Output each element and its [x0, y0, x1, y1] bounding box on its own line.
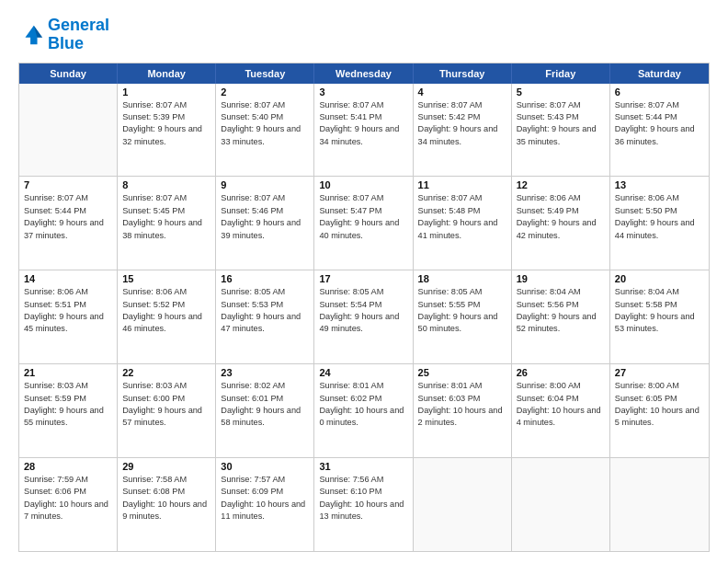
daylight-text: Daylight: 10 hours and 13 minutes.	[319, 499, 407, 523]
day-cell-3: 3Sunrise: 8:07 AMSunset: 5:41 PMDaylight…	[314, 84, 413, 177]
day-number: 31	[319, 461, 407, 472]
sunrise-text: Sunrise: 8:05 AM	[418, 286, 506, 298]
sunrise-text: Sunrise: 8:06 AM	[517, 192, 605, 204]
daylight-text: Daylight: 9 hours and 33 minutes.	[221, 123, 309, 148]
day-cell-15: 15Sunrise: 8:06 AMSunset: 5:52 PMDayligh…	[118, 270, 216, 363]
sunrise-text: Sunrise: 8:02 AM	[221, 380, 309, 392]
sunrise-text: Sunrise: 7:58 AM	[122, 474, 210, 486]
sunrise-text: Sunrise: 8:07 AM	[24, 192, 112, 204]
day-number: 13	[615, 179, 704, 190]
calendar-header: SundayMondayTuesdayWednesdayThursdayFrid…	[19, 63, 709, 84]
day-number: 27	[615, 367, 704, 378]
day-number: 26	[517, 367, 605, 378]
day-number: 3	[319, 86, 407, 98]
sunset-text: Sunset: 6:05 PM	[615, 393, 704, 405]
sunset-text: Sunset: 5:53 PM	[221, 299, 309, 311]
sunset-text: Sunset: 5:49 PM	[517, 205, 605, 217]
sunrise-text: Sunrise: 8:07 AM	[418, 192, 506, 204]
sunrise-text: Sunrise: 8:01 AM	[418, 380, 506, 392]
daylight-text: Daylight: 9 hours and 35 minutes.	[517, 123, 605, 148]
day-cell-12: 12Sunrise: 8:06 AMSunset: 5:49 PMDayligh…	[512, 177, 610, 270]
daylight-text: Daylight: 9 hours and 38 minutes.	[122, 217, 210, 242]
day-number: 19	[517, 273, 605, 284]
daylight-text: Daylight: 9 hours and 58 minutes.	[221, 405, 309, 430]
daylight-text: Daylight: 9 hours and 32 minutes.	[122, 123, 210, 148]
daylight-text: Daylight: 9 hours and 47 minutes.	[221, 311, 309, 336]
logo-icon	[18, 22, 44, 48]
day-cell-14: 14Sunrise: 8:06 AMSunset: 5:51 PMDayligh…	[19, 270, 118, 363]
sunset-text: Sunset: 5:43 PM	[517, 111, 605, 123]
sunset-text: Sunset: 6:09 PM	[221, 486, 309, 498]
sunrise-text: Sunrise: 7:59 AM	[24, 474, 112, 486]
sunrise-text: Sunrise: 8:06 AM	[24, 286, 112, 298]
calendar-row-3: 21Sunrise: 8:03 AMSunset: 5:59 PMDayligh…	[19, 363, 709, 457]
sunset-text: Sunset: 6:10 PM	[319, 486, 407, 498]
day-number: 8	[122, 179, 210, 190]
empty-cell-4-6	[610, 458, 709, 551]
sunrise-text: Sunrise: 8:04 AM	[517, 286, 605, 298]
sunrise-text: Sunrise: 8:07 AM	[122, 99, 210, 111]
sunset-text: Sunset: 5:56 PM	[517, 299, 605, 311]
day-number: 10	[319, 179, 407, 190]
day-number: 17	[319, 273, 407, 284]
sunrise-text: Sunrise: 8:03 AM	[122, 380, 210, 392]
day-cell-30: 30Sunrise: 7:57 AMSunset: 6:09 PMDayligh…	[216, 458, 314, 551]
sunset-text: Sunset: 6:04 PM	[517, 393, 605, 405]
empty-cell-0-0	[19, 84, 118, 177]
empty-cell-4-5	[512, 458, 610, 551]
calendar: SundayMondayTuesdayWednesdayThursdayFrid…	[18, 63, 710, 552]
weekday-header-friday: Friday	[512, 63, 610, 84]
daylight-text: Daylight: 9 hours and 45 minutes.	[24, 311, 112, 336]
daylight-text: Daylight: 9 hours and 53 minutes.	[615, 311, 704, 336]
day-cell-18: 18Sunrise: 8:05 AMSunset: 5:55 PMDayligh…	[414, 270, 512, 363]
sunset-text: Sunset: 5:58 PM	[615, 299, 704, 311]
daylight-text: Daylight: 10 hours and 11 minutes.	[221, 499, 309, 523]
sunset-text: Sunset: 5:52 PM	[122, 299, 210, 311]
calendar-row-1: 7Sunrise: 8:07 AMSunset: 5:44 PMDaylight…	[19, 176, 709, 270]
daylight-text: Daylight: 9 hours and 55 minutes.	[24, 405, 112, 430]
day-number: 20	[615, 273, 704, 284]
sunset-text: Sunset: 5:44 PM	[615, 111, 704, 123]
day-cell-19: 19Sunrise: 8:04 AMSunset: 5:56 PMDayligh…	[512, 270, 610, 363]
day-number: 5	[517, 86, 605, 98]
sunset-text: Sunset: 5:59 PM	[24, 393, 112, 405]
day-cell-1: 1Sunrise: 8:07 AMSunset: 5:39 PMDaylight…	[118, 84, 216, 177]
weekday-header-monday: Monday	[118, 63, 216, 84]
calendar-row-4: 28Sunrise: 7:59 AMSunset: 6:06 PMDayligh…	[19, 457, 709, 551]
daylight-text: Daylight: 9 hours and 39 minutes.	[221, 217, 309, 242]
day-cell-9: 9Sunrise: 8:07 AMSunset: 5:46 PMDaylight…	[216, 177, 314, 270]
sunset-text: Sunset: 5:47 PM	[319, 205, 407, 217]
header: General Blue	[18, 17, 710, 53]
sunset-text: Sunset: 6:03 PM	[418, 393, 506, 405]
day-cell-6: 6Sunrise: 8:07 AMSunset: 5:44 PMDaylight…	[610, 84, 709, 177]
day-cell-17: 17Sunrise: 8:05 AMSunset: 5:54 PMDayligh…	[314, 270, 413, 363]
sunrise-text: Sunrise: 8:07 AM	[517, 99, 605, 111]
day-number: 6	[615, 86, 704, 98]
day-number: 14	[24, 273, 112, 284]
day-cell-2: 2Sunrise: 8:07 AMSunset: 5:40 PMDaylight…	[216, 84, 314, 177]
sunset-text: Sunset: 5:48 PM	[418, 205, 506, 217]
daylight-text: Daylight: 9 hours and 52 minutes.	[517, 311, 605, 336]
daylight-text: Daylight: 10 hours and 2 minutes.	[418, 405, 506, 430]
day-cell-24: 24Sunrise: 8:01 AMSunset: 6:02 PMDayligh…	[314, 364, 413, 457]
sunset-text: Sunset: 6:00 PM	[122, 393, 210, 405]
day-cell-11: 11Sunrise: 8:07 AMSunset: 5:48 PMDayligh…	[414, 177, 512, 270]
day-number: 1	[122, 86, 210, 98]
sunrise-text: Sunrise: 8:04 AM	[615, 286, 704, 298]
sunset-text: Sunset: 6:01 PM	[221, 393, 309, 405]
sunrise-text: Sunrise: 8:05 AM	[221, 286, 309, 298]
sunrise-text: Sunrise: 8:00 AM	[615, 380, 704, 392]
day-cell-7: 7Sunrise: 8:07 AMSunset: 5:44 PMDaylight…	[19, 177, 118, 270]
sunset-text: Sunset: 5:51 PM	[24, 299, 112, 311]
sunrise-text: Sunrise: 8:07 AM	[615, 99, 704, 111]
day-cell-4: 4Sunrise: 8:07 AMSunset: 5:42 PMDaylight…	[414, 84, 512, 177]
day-number: 12	[517, 179, 605, 190]
sunset-text: Sunset: 5:45 PM	[122, 205, 210, 217]
daylight-text: Daylight: 9 hours and 37 minutes.	[24, 217, 112, 242]
daylight-text: Daylight: 10 hours and 5 minutes.	[615, 405, 704, 430]
calendar-body: 1Sunrise: 8:07 AMSunset: 5:39 PMDaylight…	[19, 84, 709, 551]
sunset-text: Sunset: 5:42 PM	[418, 111, 506, 123]
sunset-text: Sunset: 5:44 PM	[24, 205, 112, 217]
daylight-text: Daylight: 9 hours and 36 minutes.	[615, 123, 704, 148]
sunset-text: Sunset: 6:06 PM	[24, 486, 112, 498]
